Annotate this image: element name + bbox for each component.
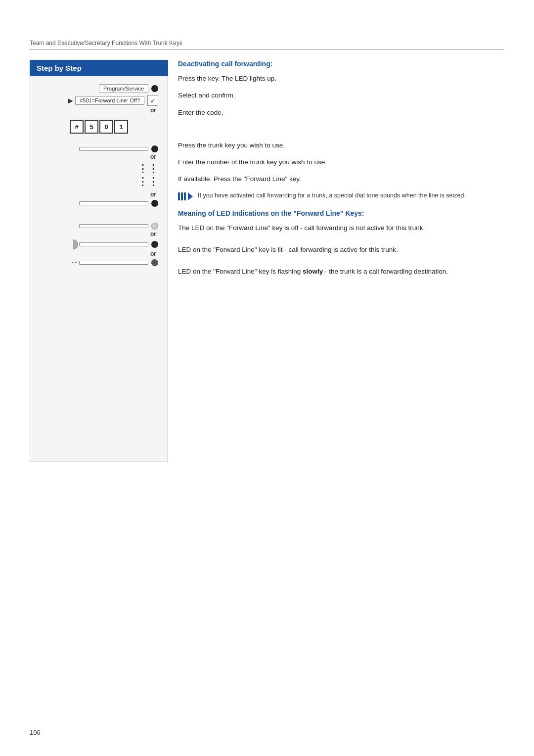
code-char-1: 1 <box>114 120 128 134</box>
note-arrow <box>178 192 194 200</box>
forward-line-row: ▶ #501=Forward Line: Off? ✓ <box>40 95 158 106</box>
code-block: # 5 0 1 <box>70 120 128 134</box>
wave-symbol: ~~ <box>71 260 78 266</box>
page-header: Team and Executive/Secretary Functions W… <box>30 40 504 50</box>
note-text: If you have activated call forwarding fo… <box>198 191 466 200</box>
program-service-key-row: Program/Service <box>40 84 158 93</box>
note-bar <box>178 192 186 200</box>
instruction-forward-line: If available. Press the "Forward Line" k… <box>178 174 504 184</box>
step-right-column: Deactivating call forwarding: Press the … <box>168 60 504 462</box>
forward-line-optional-key[interactable] <box>79 201 148 205</box>
led-dot-flash <box>151 259 158 266</box>
led-dot-trunk <box>151 145 158 152</box>
instruction-keypad: Enter the number of the trunk key you wi… <box>178 157 504 167</box>
instruction-press-key: Press the key. The LED lights up. <box>178 74 504 84</box>
code-char-0: 0 <box>99 120 113 134</box>
led-off-key-row <box>40 223 158 230</box>
keypad-row: ⋮⋮⋮⋮ <box>40 162 158 188</box>
code-char-5: 5 <box>85 120 98 134</box>
step-left-area: Program/Service ▶ #501=Forward Line: Off… <box>30 76 168 462</box>
or-label-4: or <box>40 231 158 237</box>
program-service-key[interactable]: Program/Service <box>99 84 148 93</box>
led-dot-program <box>151 85 158 92</box>
or-label-1: or <box>40 107 158 114</box>
section1-title: Deactivating call forwarding: <box>178 60 504 68</box>
trunk-key-button[interactable] <box>79 147 148 151</box>
led-flash-key[interactable] <box>79 261 148 265</box>
code-char-hash: # <box>70 120 84 134</box>
led-off-key[interactable] <box>79 224 148 228</box>
section2-title: Meaning of LED Indications on the "Forwa… <box>178 209 504 217</box>
led-on-key[interactable] <box>79 242 148 246</box>
led-dot-off <box>151 223 158 230</box>
note-box: If you have activated call forwarding fo… <box>178 191 504 200</box>
confirm-icon[interactable]: ✓ <box>147 95 158 106</box>
step-by-step-container: Step by Step Program/Service ▶ #501=Forw… <box>30 60 504 462</box>
forward-line-key-row <box>40 200 158 207</box>
or-label-5: or <box>40 250 158 257</box>
header-text: Team and Executive/Secretary Functions W… <box>30 40 182 47</box>
page-number: 106 <box>30 729 41 736</box>
or-label-3: or <box>40 191 158 198</box>
or-label-2: or <box>40 153 158 160</box>
keypad-icon: ⋮⋮⋮⋮ <box>137 162 158 188</box>
forward-line-key[interactable]: #501=Forward Line: Off? <box>75 96 144 105</box>
led-flash-key-row: ~~ <box>40 259 158 266</box>
note-arrow-shape <box>188 192 193 200</box>
bold-slowly: slowly <box>303 268 323 275</box>
instruction-enter-code: Enter the code. <box>178 108 504 118</box>
instruction-select-confirm: Select and confirm. <box>178 91 504 100</box>
step-left-column: Step by Step Program/Service ▶ #501=Forw… <box>30 60 168 462</box>
led-off-description: The LED on the "Forward Line" key is off… <box>178 223 504 233</box>
trunk-key-row <box>40 145 158 152</box>
led-dot-on <box>151 241 158 248</box>
led-on-key-row <box>40 239 158 249</box>
arrow-icon: ▶ <box>68 96 73 104</box>
led-on-description: LED on the "Forward Line" key is lit - c… <box>178 245 504 255</box>
step-by-step-header: Step by Step <box>30 60 168 76</box>
led-flash-description: LED on the "Forward Line" key is flashin… <box>178 267 504 277</box>
led-dot-forward <box>151 200 158 207</box>
instruction-trunk-key: Press the trunk key you wish to use. <box>178 141 504 150</box>
half-circle <box>73 239 78 249</box>
